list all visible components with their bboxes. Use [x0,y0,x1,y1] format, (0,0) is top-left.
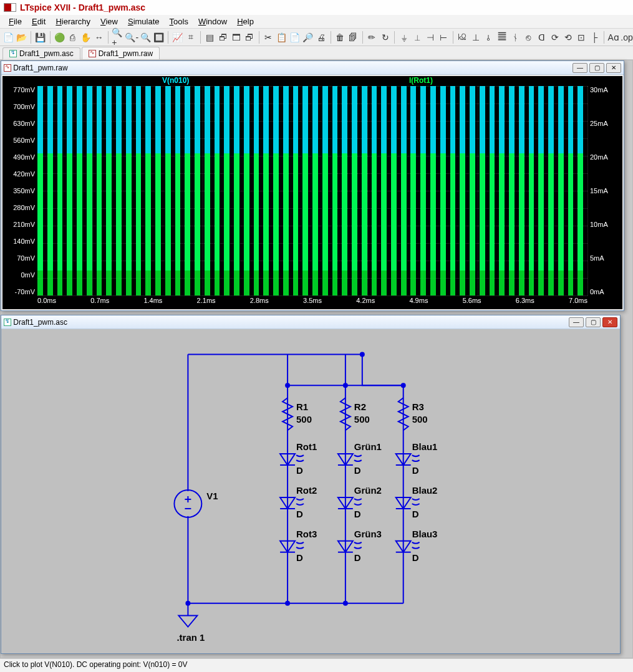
toolbar-button[interactable]: ⟳ [549,31,561,44]
toolbar-button[interactable]: 🖨 [315,31,327,44]
component-Grün1[interactable]: Grün1D [338,441,382,476]
waveform-plot[interactable]: V(n010) I(Rot1) 770mV700mV630mV560mV490m… [2,76,622,309]
toolbar-button[interactable]: ├ [589,31,601,44]
toolbar-button[interactable]: ⟂ [411,31,423,44]
document-tab[interactable]: Draft1_pwm.raw [82,47,160,59]
toolbar-button[interactable]: ↔ [93,31,105,44]
close-button[interactable]: ✕ [606,63,621,73]
schematic-window: Draft1_pwm.asc — ▢ ✕ [1,315,621,654]
window-titlebar: LTspice XVII - Draft1_pwm.asc [0,0,633,15]
menu-edit[interactable]: Edit [27,16,51,27]
svg-point-3 [285,601,290,606]
component-Grün3[interactable]: Grün3D [338,529,382,563]
component-Rot3[interactable]: Rot3D [280,529,317,563]
toolbar-button[interactable]: 🔍- [125,31,138,44]
menu-view[interactable]: View [95,16,123,27]
svg-text:D: D [412,552,419,563]
toolbar-button[interactable]: ✂ [262,31,274,44]
toolbar-button[interactable]: ⫰ [483,31,495,44]
toolbar-button[interactable]: ⎙ [67,31,79,44]
toolbar-button[interactable]: 🗑 [334,31,345,44]
menu-help[interactable]: Help [232,16,259,27]
schematic-window-titlebar[interactable]: Draft1_pwm.asc — ▢ ✕ [1,315,620,329]
toolbar-button[interactable]: 🟢 [53,31,65,44]
toolbar-button[interactable]: 🗐 [347,31,359,44]
waveform-icon [4,64,11,72]
component-Blau1[interactable]: Blau1D [396,441,438,476]
component-Grün2[interactable]: Grün2D [338,485,382,519]
toolbar-button[interactable]: ⊢ [438,31,450,44]
component-v1[interactable]: V1 [174,490,218,517]
toolbar-button[interactable]: ⌗ [185,31,197,44]
toolbar-button[interactable]: ⊣ [424,31,436,44]
document-tab[interactable]: Draft1_pwm.asc [2,47,80,60]
toolbar-button[interactable]: 🔎 [302,31,314,44]
toolbar-button[interactable]: 🔍 [140,31,152,44]
svg-point-7 [174,490,201,517]
svg-text:Rot3: Rot3 [296,529,317,539]
toolbar-button[interactable]: 📄 [2,31,14,44]
toolbar-button[interactable]: ↻ [379,31,391,44]
toolbar-button[interactable]: ㏀ [457,31,468,44]
toolbar-button[interactable]: ✋ [80,31,92,44]
plot-canvas[interactable] [37,86,587,295]
toolbar-button[interactable]: ✏ [366,31,378,44]
svg-text:500: 500 [296,414,312,425]
toolbar-button[interactable]: Aɑ [607,31,619,44]
maximize-button[interactable]: ▢ [586,317,601,327]
toolbar-button[interactable]: 🗗 [243,31,255,44]
toolbar-button[interactable]: ▤ [204,31,216,44]
toolbar-button[interactable]: 🗗 [217,31,229,44]
component-Blau2[interactable]: Blau2D [396,485,438,519]
ground-symbol[interactable] [178,603,197,627]
svg-text:D: D [296,509,303,519]
toolbar-button[interactable]: ⟲ [563,31,574,44]
minimize-button[interactable]: — [569,317,584,327]
close-button[interactable]: ✕ [602,317,617,327]
toolbar-button[interactable]: .op [621,31,632,44]
toolbar-button[interactable]: 📈 [172,31,183,44]
svg-text:R3: R3 [412,401,424,412]
toolbar-button[interactable]: ⊡ [576,31,587,44]
y-axis-left[interactable]: 770mV700mV630mV560mV490mV420mV350mV280mV… [2,86,37,295]
svg-point-4 [343,601,348,606]
toolbar-button[interactable]: 💾 [34,31,46,44]
toolbar-button[interactable]: 🗖 [230,31,242,44]
toolbar-button[interactable]: 📂 [16,31,27,44]
toolbar-button[interactable]: ⊥ [470,31,481,44]
minimize-button[interactable]: — [573,63,587,73]
component-Rot2[interactable]: Rot2D [280,485,317,519]
svg-text:Blau3: Blau3 [412,529,438,539]
schematic-window-title: Draft1_pwm.asc [13,318,67,327]
app-title: LTspice XVII [20,2,70,12]
maximize-button[interactable]: ▢ [589,63,604,73]
toolbar-button[interactable]: 🔲 [153,31,165,44]
schematic-canvas[interactable]: V1 .tran 1 R1500Rot1DRot2DRot3DR2500Grün… [1,329,620,653]
toolbar-button[interactable]: 📄 [289,31,301,44]
trace-label-i[interactable]: I(Rot1) [341,76,587,86]
toolbar-button[interactable]: ᗡ [536,31,548,44]
status-text: Click to plot V(N010). DC operating poin… [4,660,187,669]
toolbar-button[interactable]: 🔍+ [112,31,123,44]
svg-text:D: D [354,552,361,563]
spice-directive[interactable]: .tran 1 [176,632,205,643]
toolbar-button[interactable]: ⏚ [398,31,410,44]
y-axis-right[interactable]: 30mA25mA20mA15mA10mA5mA0mA [587,86,622,295]
toolbar-button[interactable]: ⎋ [523,31,534,44]
x-axis[interactable]: 0.0ms0.7ms1.4ms2.1ms2.8ms3.5ms4.2ms4.9ms… [37,297,587,308]
component-Blau3[interactable]: Blau3D [396,529,438,563]
toolbar-button[interactable]: 📋 [276,31,288,44]
toolbar-button[interactable]: ᚾ [510,31,521,44]
menu-hierarchy[interactable]: Hierarchy [51,16,95,27]
svg-text:V1: V1 [206,491,218,501]
toolbar-button[interactable]: 𝍤 [496,31,508,44]
menu-file[interactable]: File [4,16,27,27]
menu-window[interactable]: Window [193,16,232,27]
waveform-window-titlebar[interactable]: Draft1_pwm.raw — ▢ ✕ [1,61,624,75]
trace-label-v[interactable]: V(n010) [37,76,341,86]
component-Rot1[interactable]: Rot1D [280,441,317,476]
svg-text:R1: R1 [296,401,308,412]
tab-label: Draft1_pwm.asc [19,49,74,58]
menu-tools[interactable]: Tools [165,16,193,27]
menu-simulate[interactable]: Simulate [123,16,165,27]
